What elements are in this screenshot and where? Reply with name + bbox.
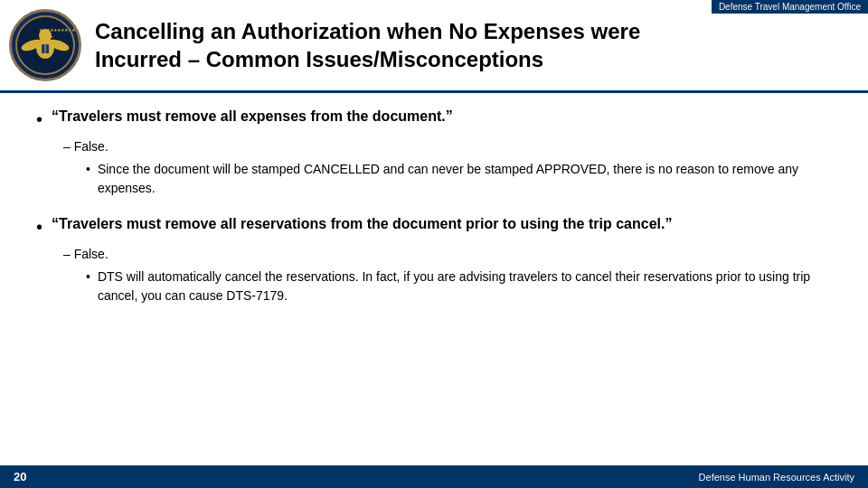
- main-bullet-2: • “Travelers must remove all reservation…: [36, 214, 832, 239]
- logo: ★★★★★★★★★★★★★: [9, 9, 81, 81]
- header-title-line2: Incurred – Common Issues/Misconceptions: [95, 47, 543, 71]
- bullet-item-2: • “Travelers must remove all reservation…: [36, 214, 832, 305]
- footer-page-number: 20: [14, 470, 26, 483]
- logo-svg: ★★★★★★★★★★★★★: [14, 14, 77, 77]
- header: ★★★★★★★★★★★★★ Cancelling an Authorizatio…: [0, 0, 868, 93]
- sub-sub-dot-2: •: [86, 267, 90, 286]
- sub-sub-bullet-1: • Since the document will be stamped CAN…: [86, 160, 832, 198]
- sub-sub-text-2: DTS will automatically cancel the reserv…: [98, 267, 832, 305]
- content-area: • “Travelers must remove all expenses fr…: [0, 102, 868, 331]
- bullet-dot-1: •: [36, 107, 42, 132]
- sub-bullet-1: – False. • Since the document will be st…: [63, 137, 832, 198]
- top-bar-label: Defense Travel Management Office: [719, 2, 861, 12]
- bullet-dot-2: •: [36, 214, 42, 239]
- sub-bullet-dash-1: – False.: [63, 137, 832, 156]
- main-bullet-text-2: “Travelers must remove all reservations …: [52, 214, 672, 234]
- header-title: Cancelling an Authorization when No Expe…: [95, 17, 640, 73]
- sub-bullet-2: – False. • DTS will automatically cancel…: [63, 245, 832, 305]
- main-bullet-text-1: “Travelers must remove all expenses from…: [52, 107, 453, 127]
- main-bullet-1: • “Travelers must remove all expenses fr…: [36, 107, 832, 132]
- footer-title: Defense Human Resources Activity: [699, 472, 854, 483]
- top-bar: Defense Travel Management Office: [712, 0, 868, 14]
- sub-sub-bullet-2: • DTS will automatically cancel the rese…: [86, 267, 832, 305]
- header-title-block: Cancelling an Authorization when No Expe…: [95, 17, 640, 73]
- sub-bullet-dash-2: – False.: [63, 245, 832, 264]
- logo-circle: ★★★★★★★★★★★★★: [9, 9, 81, 81]
- sub-sub-text-1: Since the document will be stamped CANCE…: [98, 160, 832, 198]
- sub-sub-dot-1: •: [86, 160, 90, 179]
- header-title-line1: Cancelling an Authorization when No Expe…: [95, 19, 640, 43]
- footer: 20 Defense Human Resources Activity: [0, 465, 868, 488]
- bullet-item-1: • “Travelers must remove all expenses fr…: [36, 107, 832, 198]
